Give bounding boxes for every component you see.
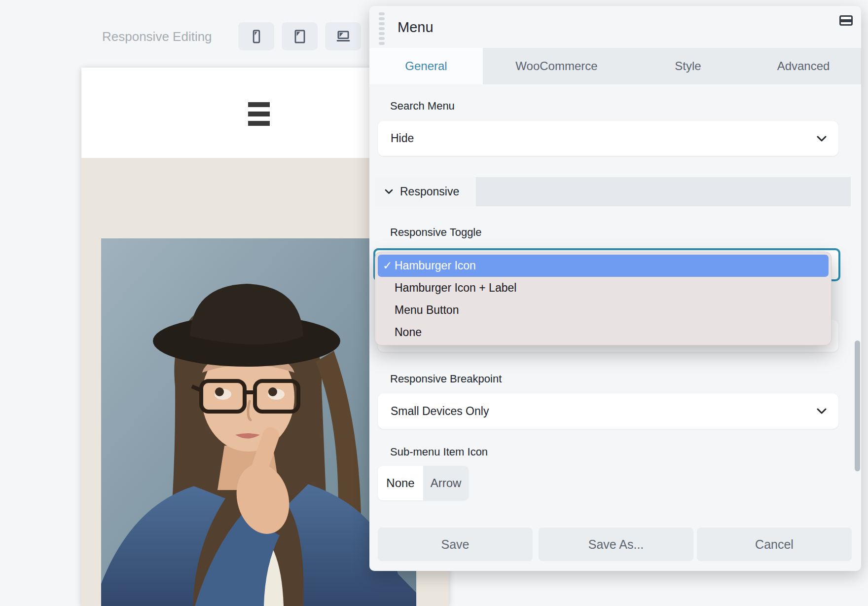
responsive-toggle-label: Responsive Toggle (390, 226, 482, 239)
dropdown-option-hamburger-icon-label[interactable]: Hamburger Icon + Label (378, 277, 829, 299)
laptop-icon (335, 28, 352, 45)
panel-header: Menu (369, 6, 861, 48)
tab-style[interactable]: Style (630, 48, 746, 84)
responsive-section-toggle[interactable]: Responsive (375, 177, 476, 206)
chevron-down-icon (817, 408, 827, 414)
device-preview-buttons (238, 22, 361, 50)
tablet-icon (291, 28, 308, 45)
submenu-item-icon-label: Sub-menu Item Icon (390, 446, 488, 458)
responsive-breakpoint-value: Small Devices Only (378, 405, 817, 418)
search-menu-value: Hide (378, 132, 817, 145)
panel-scrollbar[interactable] (855, 341, 860, 471)
tablet-preview-button[interactable] (282, 22, 318, 50)
panel-tabs: General WooCommerce Style Advanced (369, 48, 861, 84)
segment-arrow[interactable]: Arrow (423, 466, 469, 500)
option-label: Hamburger Icon + Label (395, 281, 516, 295)
segment-none[interactable]: None (378, 466, 423, 500)
chevron-down-icon (817, 136, 827, 142)
option-label: Hamburger Icon (395, 259, 476, 272)
smartphone-preview-button[interactable] (238, 22, 274, 50)
check-icon: ✓ (383, 259, 392, 272)
hamburger-icon[interactable] (248, 102, 270, 126)
responsive-breakpoint-label: Responsive Breakpoint (390, 373, 502, 385)
search-menu-label: Search Menu (390, 100, 455, 113)
responsive-section-row: Responsive (375, 177, 851, 206)
save-button[interactable]: Save (378, 528, 533, 561)
option-label: None (395, 326, 422, 339)
panel-title: Menu (398, 19, 434, 36)
tab-general[interactable]: General (369, 48, 483, 84)
responsive-editing-label: Responsive Editing (102, 29, 212, 44)
smartphone-icon (248, 28, 265, 45)
window-icon[interactable] (839, 15, 853, 26)
submenu-icon-segmented-control: None Arrow (378, 466, 469, 500)
tab-advanced[interactable]: Advanced (746, 48, 861, 84)
save-as-button[interactable]: Save As... (539, 528, 693, 561)
menu-settings-panel: Menu General WooCommerce Style Advanced … (369, 6, 861, 571)
dropdown-option-none[interactable]: None (378, 321, 829, 343)
responsive-breakpoint-select[interactable]: Small Devices Only (378, 393, 838, 429)
responsive-toggle-dropdown: ✓ Hamburger Icon Hamburger Icon + Label … (375, 252, 832, 345)
responsive-section-label: Responsive (400, 185, 459, 198)
option-label: Menu Button (395, 303, 459, 317)
cancel-button[interactable]: Cancel (697, 528, 852, 561)
laptop-preview-button[interactable] (325, 22, 361, 50)
dropdown-option-menu-button[interactable]: Menu Button (378, 299, 829, 321)
tab-woocommerce[interactable]: WooCommerce (483, 48, 630, 84)
search-menu-select[interactable]: Hide (378, 121, 838, 156)
drag-handle[interactable] (379, 12, 385, 47)
chevron-down-icon (385, 189, 393, 194)
builder-screen: Responsive Editing (0, 0, 868, 606)
dropdown-option-hamburger-icon[interactable]: ✓ Hamburger Icon (378, 255, 829, 277)
